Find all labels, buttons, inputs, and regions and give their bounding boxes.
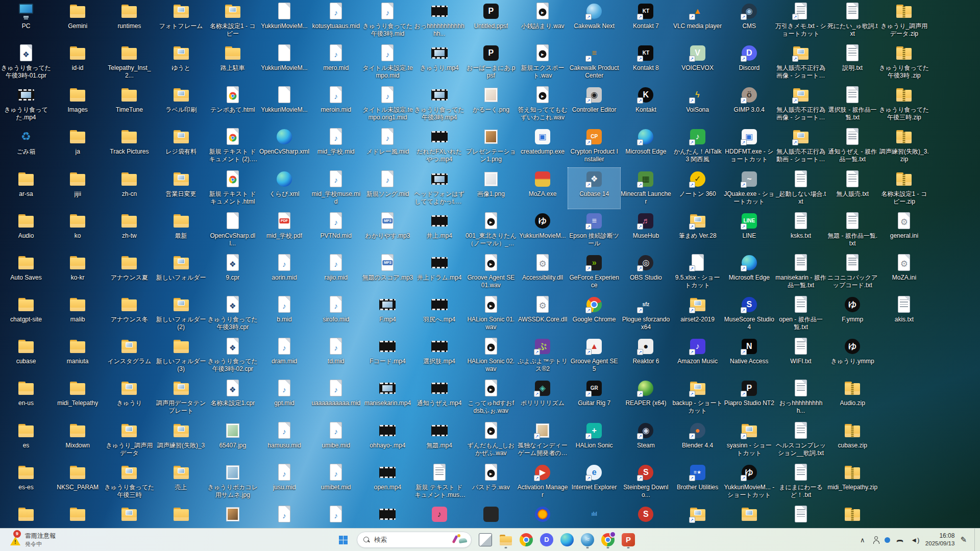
desktop-icon[interactable]: ◎OBS Studio	[620, 252, 672, 292]
desktop-icon[interactable]: 無人販売不正行為 画像 - ショートカット	[775, 84, 827, 124]
desktop-icon[interactable]: かるーく.png	[465, 84, 517, 124]
desktop-icon[interactable]: ♬MuseHub	[620, 210, 672, 251]
desktop-icon[interactable]	[517, 503, 569, 528]
tray-bluetooth-icon[interactable]	[885, 537, 890, 543]
desktop-icon[interactable]: ♪sirofo.mid	[310, 293, 362, 334]
desktop-icon[interactable]: midi_Telepathy.zip	[826, 461, 878, 502]
desktop-icon[interactable]: ♪umibe.mid	[310, 419, 362, 460]
desktop-icon[interactable]: »GeForce Experience	[568, 252, 620, 292]
desktop-icon[interactable]: ♪Amazon Music	[672, 335, 724, 376]
desktop-icon[interactable]: OpenCvSharp.dll...	[207, 210, 259, 251]
desktop-icon[interactable]: ♪PVTNd.mid	[310, 210, 362, 251]
start-button[interactable]	[334, 531, 352, 548]
desktop-icon[interactable]: ♪rajio.mid	[310, 252, 362, 292]
desktop-icon[interactable]: YukkuriMovieM...	[258, 0, 310, 41]
desktop-icon[interactable]: ゆうと	[155, 42, 207, 83]
desktop-icon[interactable]: Cakewalk Next	[568, 0, 620, 41]
desktop-icon[interactable]: くらび.xml	[258, 168, 310, 209]
desktop-icon[interactable]: Microsoft Edge	[620, 126, 672, 166]
desktop-icon[interactable]	[0, 503, 52, 528]
desktop-icon[interactable]: CPCrypton Product Installer	[568, 126, 620, 166]
desktop-icon[interactable]: ♪kotusytuaaus.mid	[310, 0, 362, 41]
desktop-icon[interactable]: 選択肢.mp4	[413, 335, 465, 376]
desktop-icon[interactable]	[775, 503, 827, 528]
pinned-app-google-chrome[interactable]	[518, 530, 535, 549]
desktop-icon[interactable]: ko-kr	[52, 252, 104, 292]
desktop-icon[interactable]: ▶HALion Sonic 02.wav	[465, 335, 517, 376]
desktop-icon[interactable]: S	[620, 503, 672, 528]
desktop-icon[interactable]: SMuseScore Studio 4	[723, 293, 775, 334]
desktop-icon[interactable]: ゆYukkuriMovieM... - ショートカット	[723, 461, 775, 502]
pinned-app-powerpoint[interactable]	[620, 530, 637, 549]
desktop-icon[interactable]: ♪タイトル未設定.tempo.mid	[361, 42, 413, 83]
desktop-icon[interactable]: KTKontakt 7	[620, 0, 672, 41]
tray-person-icon[interactable]	[873, 536, 879, 544]
desktop-icon[interactable]: 羽尻へ.mp4	[413, 293, 465, 334]
desktop-icon[interactable]: MP3わかりやす.mp3	[361, 210, 413, 251]
desktop-icon[interactable]: ❖Cubase 14	[568, 168, 620, 209]
desktop-icon[interactable]: ❖きゅうり食ってた午後3時-02.cpr	[207, 335, 259, 376]
desktop-icon[interactable]: YukkuriMovieM...	[258, 84, 310, 124]
desktop-icon[interactable]: ヘルスコンプレッション__歌詞.txt	[775, 419, 827, 460]
desktop-icon[interactable]: Pおーばーまにあ.ppsf	[465, 42, 517, 83]
weather-widget[interactable]: 9 雷雨注意報 発令中	[5, 530, 60, 549]
desktop-icon[interactable]: Telepathy_Inst_2...	[103, 42, 155, 83]
desktop-icon[interactable]: VVOICEVOX	[672, 42, 724, 83]
desktop-icon[interactable]	[361, 503, 413, 528]
desktop-icon[interactable]: きゅうり食ってた午後三時.zip	[878, 84, 930, 124]
desktop-icon[interactable]: GRGuitar Rig 7	[568, 377, 620, 418]
desktop-icon[interactable]	[52, 503, 104, 528]
desktop-icon[interactable]: maniuta	[52, 335, 104, 376]
desktop-icon[interactable]: テンポあて.html	[207, 84, 259, 124]
desktop-icon[interactable]: akis.txt	[878, 293, 930, 334]
desktop-icon[interactable]: 新規 テキスト ドキュメント (2).html	[207, 126, 259, 166]
volume-icon[interactable]: ◄)	[911, 536, 920, 544]
desktop-icon[interactable]: きゅうり.mp4	[413, 42, 465, 83]
desktop-icon[interactable]: きゅうりボカコレ用サムネ.jpg	[207, 461, 259, 502]
desktop-icon[interactable]: まにまにわーるど！.txt	[775, 461, 827, 502]
desktop-icon[interactable]: en-us	[0, 377, 52, 418]
desktop-icon[interactable]	[723, 503, 775, 528]
pinned-app-discord[interactable]	[538, 530, 555, 549]
desktop-icon[interactable]: ♪	[258, 503, 310, 528]
pinned-app-task-view[interactable]	[477, 530, 494, 549]
desktop-icon[interactable]: 無人販売不正行為 動画 - ショートカット	[775, 126, 827, 166]
desktop-icon[interactable]: 選択肢 - 親作品一覧.txt	[826, 84, 878, 124]
desktop-icon[interactable]: 調声練習(失敗)_3	[155, 419, 207, 460]
show-desktop-button[interactable]	[974, 529, 977, 551]
desktop-icon[interactable]: ♪	[413, 503, 465, 528]
desktop-icon[interactable]: ar-sa	[0, 168, 52, 209]
desktop-icon[interactable]: 死にたい_ゅ歌詞.txt	[826, 0, 878, 41]
desktop-icon[interactable]: MP3無題のスコア.mp3	[361, 252, 413, 292]
desktop-icon[interactable]: ⚙AWSSDK.Core.dll	[517, 293, 569, 334]
desktop-icon[interactable]: ≡★Brother Utilities	[672, 461, 724, 502]
desktop-icon[interactable]: ▣HDDFMT.exe - ショートカット	[723, 126, 775, 166]
desktop-icon[interactable]: ♪gpt.mid	[258, 377, 310, 418]
desktop-icon[interactable]: syasinn - ショートカット	[723, 419, 775, 460]
desktop-icon[interactable]: 説明.txt	[826, 42, 878, 83]
desktop-icon[interactable]: öGIMP 3.0.4	[723, 84, 775, 124]
desktop-icon[interactable]: id-id	[52, 42, 104, 83]
desktop-icon[interactable]: ●Blender 4.4	[672, 419, 724, 460]
desktop-icon[interactable]: ♪jusu.mid	[258, 461, 310, 502]
desktop-icon[interactable]: Fコード.mp4	[361, 335, 413, 376]
desktop-icon[interactable]: Gemini	[52, 0, 104, 41]
desktop-icon[interactable]: NNative Access	[723, 335, 775, 376]
desktop-icon[interactable]: ♪タイトル未設定.tempo.orig1.mid	[361, 84, 413, 124]
desktop-icon[interactable]: cubase.zip	[826, 419, 878, 460]
desktop-icon[interactable]: 65407.jpg	[207, 419, 259, 460]
desktop-icon[interactable]: ▦Minecraft Launcher	[620, 168, 672, 209]
desktop-icon[interactable]: Audio.zip	[826, 377, 878, 418]
desktop-icon[interactable]: ◉Steam	[620, 419, 672, 460]
desktop-icon[interactable]: ♻ごみ箱	[0, 126, 52, 166]
desktop-icon[interactable]: 新しいフォルダー	[155, 252, 207, 292]
desktop-icon[interactable]	[465, 503, 517, 528]
desktop-icon[interactable]: midi_Telepathy	[52, 377, 104, 418]
desktop-icon[interactable]: ▶こってゅhdすおf dsbふぉ.wav	[465, 377, 517, 418]
desktop-icon[interactable]: ゆきゅうり.ymmp	[826, 335, 878, 376]
desktop-icon[interactable]: KKontakt	[620, 84, 672, 124]
desktop-icon[interactable]: レジ袋有料	[155, 126, 207, 166]
desktop-icon[interactable]: きゅうり食ってた午後3時.mp4	[413, 84, 465, 124]
desktop-icon[interactable]: ▶ずんだもん_しおかぜふ.wav	[465, 419, 517, 460]
desktop-icon[interactable]: F.mp4	[361, 293, 413, 334]
